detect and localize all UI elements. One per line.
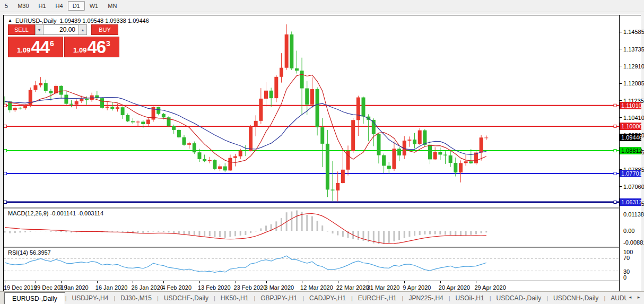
- price-tick-mark: [620, 117, 622, 118]
- timeframe-toolbar: 5M30H1H4D1W1MN: [0, 0, 644, 12]
- date-tick-label: 16 Jan 2020: [95, 284, 128, 291]
- date-tick-label: 13 Feb 2020: [198, 284, 231, 291]
- price-tick-mark: [620, 66, 622, 66]
- chevron-right-icon: ▸: [638, 294, 640, 300]
- date-tick-mark: [440, 281, 441, 283]
- date-tick-mark: [97, 281, 98, 283]
- volume-decrease-button[interactable]: ▼: [35, 24, 43, 35]
- price-tick-mark: [620, 100, 622, 101]
- sell-price-main: 44: [31, 38, 49, 56]
- chart-tab-hk50[interactable]: HK50-,H1: [215, 292, 254, 304]
- level-price-badge: 1.10000: [620, 123, 641, 130]
- buy-price-pip: 3: [106, 40, 110, 47]
- price-tick-label: 1.10410: [623, 115, 644, 121]
- chart-tab-gbpjpy[interactable]: GBPJPY-,H1: [255, 292, 302, 304]
- date-tick-mark: [404, 281, 405, 283]
- tab-scroll-arrows: ◂ ▸: [627, 293, 642, 301]
- rsi-chart: [4, 248, 619, 281]
- price-tick-mark: [620, 32, 622, 32]
- chart-tab-eurchf[interactable]: EURCHF-,H1: [353, 292, 402, 304]
- chart-tab-cadjpy[interactable]: CADJPY-,H1: [304, 292, 351, 304]
- buy-price-button[interactable]: 1.09 46 3: [64, 37, 119, 57]
- price-tick-mark: [620, 83, 622, 84]
- chart-tab-bar: EURUSD-,Daily|USDJPY-,H4|DJ30-,M15|USDCH…: [0, 291, 644, 304]
- chart-symbol-title: EURUSD-,Daily: [15, 18, 57, 24]
- chart-tab-jpn225[interactable]: JPN225-,H4: [403, 292, 448, 304]
- sell-button[interactable]: SELL: [8, 24, 35, 35]
- volume-increase-button[interactable]: ▲: [79, 24, 87, 35]
- level-price-badge: 1.07701: [620, 170, 641, 177]
- buy-price-prefix: 1.09: [73, 45, 86, 56]
- chart-menu-triangle-icon[interactable]: ▲: [8, 18, 12, 23]
- rsi-indicator-label: RSI(14) 56.3957: [8, 249, 51, 256]
- macd-axis-label: 0.00: [623, 228, 634, 234]
- date-tick-label: 19 Dec 2019: [4, 284, 37, 291]
- date-tick-mark: [199, 281, 200, 283]
- date-tick-mark: [266, 281, 267, 283]
- macd-indicator-label: MACD(12,26,9) -0.001141 -0.003114: [8, 210, 103, 216]
- chart-tab-usoil[interactable]: USOil-,H1: [450, 292, 490, 304]
- price-axis: 1.145851.137351.129101.120851.112351.104…: [619, 15, 641, 291]
- macd-axis-label: -0.00881: [623, 239, 644, 246]
- date-tick-label: 12 Mar 2020: [300, 284, 333, 291]
- date-tick-label: 7 Jan 2020: [59, 284, 88, 291]
- chevron-left-icon: ◂: [629, 294, 632, 300]
- date-axis: 19 Dec 201929 Dec 20197 Jan 202016 Jan 2…: [4, 281, 619, 292]
- date-tick-mark: [163, 281, 164, 283]
- date-tick-mark: [338, 281, 338, 283]
- date-tick-mark: [133, 281, 133, 283]
- rsi-axis-label: 0: [623, 274, 626, 281]
- tabbar-left-edge: [0, 292, 4, 304]
- timeframe-h1[interactable]: H1: [34, 2, 51, 10]
- date-tick-label: 3 Mar 2020: [265, 284, 294, 291]
- timeframe-d1[interactable]: D1: [68, 1, 85, 11]
- date-tick-mark: [61, 281, 62, 283]
- price-tick-label: 1.14585: [623, 29, 644, 35]
- date-tick-label: 4 Feb 2020: [162, 284, 192, 291]
- timeframe-w1[interactable]: W1: [85, 2, 103, 10]
- volume-input[interactable]: 20.00: [43, 24, 79, 35]
- date-tick-label: 23 Feb 2020: [234, 284, 267, 291]
- tab-scroll-left-button[interactable]: ◂: [627, 293, 633, 301]
- price-tick-label: 1.07060: [623, 184, 644, 190]
- timeframe-mn[interactable]: MN: [103, 2, 121, 10]
- chart-tab-usdcad[interactable]: USDCAD-,Daily: [491, 292, 546, 304]
- price-tick-label: 1.12085: [623, 80, 644, 86]
- level-price-badge: 1.06312: [620, 198, 641, 206]
- date-tick-label: 31 Mar 2020: [367, 284, 400, 291]
- sell-price-button[interactable]: 1.09 44 6: [8, 37, 63, 57]
- date-tick-label: 20 Apr 2020: [439, 284, 470, 291]
- chart-tab-usdjpy[interactable]: USDJPY-,H4: [67, 292, 114, 304]
- price-tick-mark: [620, 186, 622, 187]
- tab-scroll-right-button[interactable]: ▸: [636, 293, 642, 301]
- chart-ohlc-values: 1.09439 1.09548 1.09338 1.09446: [60, 18, 149, 24]
- date-tick-mark: [302, 281, 302, 283]
- one-click-trade-panel: SELL ▼ 20.00 ▲ BUY 1.09 44 6 1.09 46 3: [8, 24, 123, 57]
- price-tick-label: 1.13735: [623, 46, 644, 53]
- chart-tab-usdcnh[interactable]: USDCNH-,Daily: [548, 292, 604, 304]
- date-tick-mark: [5, 281, 5, 283]
- macd-axis-label: 0.011381: [623, 211, 644, 218]
- date-tick-mark: [36, 281, 36, 283]
- buy-button[interactable]: BUY: [91, 24, 118, 35]
- timeframe-m30[interactable]: M30: [13, 2, 33, 10]
- date-tick-mark: [476, 281, 476, 283]
- sell-price-pip: 6: [50, 40, 54, 47]
- date-tick-mark: [369, 281, 369, 283]
- timeframe-h4[interactable]: H4: [51, 2, 68, 10]
- date-tick-label: 26 Jan 2020: [131, 284, 163, 291]
- chart-tab-usdchf[interactable]: USDCHF-,Daily: [159, 292, 214, 304]
- timeframe-5[interactable]: 5: [0, 2, 13, 10]
- arrow-down-icon: ▼: [38, 28, 41, 32]
- sell-price-prefix: 1.09: [17, 45, 30, 56]
- level-price-badge: 1.11010: [620, 102, 641, 109]
- trading-terminal: 5M30H1H4D1W1MN ▲ EURUSD-,Daily 1.09439 1…: [0, 0, 644, 304]
- chart-tab-eurusd[interactable]: EURUSD-,Daily: [4, 292, 65, 304]
- level-price-badge: 1.08812: [620, 147, 641, 154]
- price-tick-mark: [620, 49, 622, 49]
- date-tick-mark: [236, 281, 236, 283]
- price-tick-label: 1.12910: [623, 63, 644, 70]
- chart-tab-dj30[interactable]: DJ30-,M15: [115, 292, 157, 304]
- rsi-axis-label: 70: [623, 255, 630, 261]
- arrow-up-icon: ▲: [81, 28, 85, 32]
